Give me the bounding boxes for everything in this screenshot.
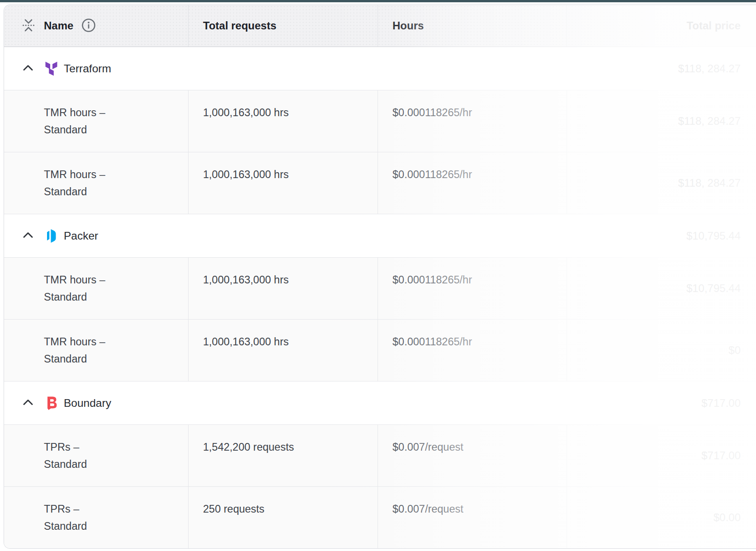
app-top-accent-bar bbox=[0, 0, 756, 2]
cell-total-price: $0.00 bbox=[567, 487, 756, 548]
group-name: Boundary bbox=[64, 397, 111, 410]
chevron-up-icon bbox=[21, 63, 35, 74]
column-title-name: Name bbox=[44, 19, 73, 32]
name-info-button[interactable] bbox=[81, 18, 96, 34]
group-row-left: Boundary bbox=[21, 396, 111, 410]
group-collapse-button[interactable] bbox=[21, 396, 35, 410]
table-row: TMR hours – Standard 1,000,163,000 hrs $… bbox=[4, 90, 756, 152]
group-collapse-button[interactable] bbox=[21, 61, 35, 76]
group-row[interactable]: Packer $10,795.44 bbox=[4, 214, 756, 258]
collapse-all-icon bbox=[21, 18, 36, 34]
table-row: TPRs – Standard 1,542,200 requests $0.00… bbox=[4, 425, 756, 487]
cell-hours-rate: $0.000118265/hr bbox=[378, 90, 567, 152]
cell-total-requests: 1,000,163,000 hrs bbox=[189, 152, 378, 214]
cell-item-name: TMR hours – Standard bbox=[4, 258, 189, 319]
table-body: Terraform $118, 284.27 TMR hours – Stand… bbox=[4, 47, 756, 548]
usage-table: Name Total requests Hours Total price bbox=[4, 5, 756, 549]
cell-total-requests: 1,542,200 requests bbox=[189, 425, 378, 486]
cell-item-name: TMR hours – Standard bbox=[4, 90, 189, 152]
cell-hours-rate: $0.000118265/hr bbox=[378, 258, 567, 319]
header-cell-total-price: Total price bbox=[567, 5, 756, 47]
group-total-price: $10,795.44 bbox=[686, 230, 741, 242]
table-row: TPRs – Standard 250 requests $0.007/requ… bbox=[4, 487, 756, 548]
group-row[interactable]: Boundary $717.00 bbox=[4, 381, 756, 425]
cell-item-name: TPRs – Standard bbox=[4, 487, 189, 548]
packer-icon bbox=[44, 229, 58, 243]
cell-total-requests: 1,000,163,000 hrs bbox=[189, 320, 378, 381]
cell-hours-rate: $0.007/request bbox=[378, 425, 567, 486]
chevron-up-icon bbox=[21, 397, 35, 409]
cell-total-price: $717.00 bbox=[567, 425, 756, 486]
header-cell-name: Name bbox=[4, 5, 189, 47]
cell-hours-rate: $0.000118265/hr bbox=[378, 320, 567, 381]
cell-item-name: TMR hours – Standard bbox=[4, 152, 189, 214]
column-title-total-price: Total price bbox=[686, 19, 741, 32]
cell-item-name: TMR hours – Standard bbox=[4, 320, 189, 381]
table-row: TMR hours – Standard 1,000,163,000 hrs $… bbox=[4, 152, 756, 214]
cell-total-price: $118, 284.27 bbox=[567, 90, 756, 152]
cell-hours-rate: $0.000118265/hr bbox=[378, 152, 567, 214]
group-total-price: $717.00 bbox=[701, 397, 741, 410]
group-total-price: $118, 284.27 bbox=[678, 62, 741, 75]
chevron-up-icon bbox=[21, 230, 35, 241]
cell-total-requests: 1,000,163,000 hrs bbox=[189, 258, 378, 319]
group-name: Packer bbox=[64, 230, 98, 242]
info-icon bbox=[81, 18, 96, 34]
cell-total-price: $10,795.44 bbox=[567, 258, 756, 319]
cell-total-price: $0 bbox=[567, 320, 756, 381]
cell-total-requests: 1,000,163,000 hrs bbox=[189, 90, 378, 152]
terraform-icon bbox=[44, 61, 58, 76]
table-header-row: Name Total requests Hours Total price bbox=[4, 5, 756, 47]
group-collapse-button[interactable] bbox=[21, 229, 35, 243]
cell-total-price: $118, 284.27 bbox=[567, 152, 756, 214]
column-title-hours: Hours bbox=[392, 19, 424, 32]
cell-hours-rate: $0.007/request bbox=[378, 487, 567, 548]
cell-total-requests: 250 requests bbox=[189, 487, 378, 548]
table-row: TMR hours – Standard 1,000,163,000 hrs $… bbox=[4, 320, 756, 381]
group-row-left: Terraform bbox=[21, 61, 111, 76]
cell-item-name: TPRs – Standard bbox=[4, 425, 189, 486]
header-cell-hours: Hours bbox=[378, 5, 567, 47]
group-row-left: Packer bbox=[21, 229, 98, 243]
table-row: TMR hours – Standard 1,000,163,000 hrs $… bbox=[4, 258, 756, 320]
column-title-total-requests: Total requests bbox=[203, 19, 276, 32]
collapse-all-button[interactable] bbox=[21, 18, 36, 34]
boundary-icon bbox=[44, 396, 58, 410]
group-name: Terraform bbox=[64, 62, 111, 75]
header-cell-total-requests: Total requests bbox=[189, 5, 378, 47]
group-row[interactable]: Terraform $118, 284.27 bbox=[4, 47, 756, 90]
